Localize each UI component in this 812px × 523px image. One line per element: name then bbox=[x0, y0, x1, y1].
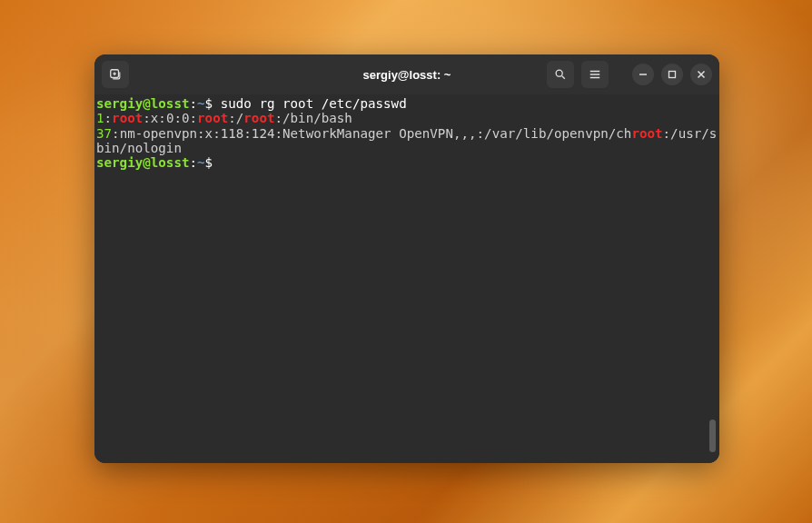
close-icon bbox=[697, 70, 706, 79]
minimize-icon bbox=[639, 70, 648, 79]
titlebar-right bbox=[547, 61, 712, 88]
cursor-area[interactable] bbox=[213, 155, 221, 170]
prompt-symbol: $ bbox=[205, 155, 213, 170]
titlebar-left bbox=[102, 61, 129, 88]
new-tab-icon bbox=[109, 68, 122, 81]
output-text: : bbox=[104, 111, 113, 125]
output-highlight: root bbox=[112, 111, 143, 125]
terminal-window: sergiy@losst: ~ bbox=[94, 54, 719, 463]
maximize-button[interactable] bbox=[661, 64, 683, 85]
output-text: :/bin/bash bbox=[275, 111, 352, 125]
search-button[interactable] bbox=[547, 61, 574, 88]
search-icon bbox=[554, 68, 567, 81]
titlebar[interactable]: sergiy@losst: ~ bbox=[94, 54, 719, 94]
output-highlight: root bbox=[197, 111, 228, 125]
output-highlight: root bbox=[243, 111, 274, 125]
hamburger-menu-button[interactable] bbox=[581, 61, 609, 88]
output-text: :nm-openvpn:x:118:124:NetworkManager Ope… bbox=[112, 126, 631, 141]
output-highlight: root bbox=[631, 126, 662, 141]
prompt-separator: : bbox=[190, 155, 198, 170]
maximize-icon bbox=[668, 70, 677, 79]
prompt-symbol: $ bbox=[205, 96, 213, 111]
command-text: sudo rg root /etc/passwd bbox=[221, 96, 407, 111]
hamburger-menu-icon bbox=[589, 68, 601, 81]
output-text: :x:0:0: bbox=[143, 111, 197, 125]
prompt-path: ~ bbox=[197, 155, 205, 170]
output-lineno: 37 bbox=[96, 126, 112, 141]
svg-point-1 bbox=[556, 70, 562, 76]
prompt-separator: : bbox=[190, 96, 198, 111]
command-text bbox=[213, 96, 221, 111]
new-tab-button[interactable] bbox=[102, 61, 129, 88]
prompt-path: ~ bbox=[197, 96, 205, 111]
terminal-body[interactable]: sergiy@losst:~$ sudo rg root /etc/passwd… bbox=[94, 94, 719, 463]
scrollbar-thumb[interactable] bbox=[709, 419, 716, 452]
svg-rect-2 bbox=[669, 72, 676, 78]
prompt-user-host: sergiy@losst bbox=[96, 155, 190, 170]
output-text: :/ bbox=[228, 111, 243, 125]
close-button[interactable] bbox=[690, 64, 712, 85]
minimize-button[interactable] bbox=[632, 64, 654, 85]
window-title: sergiy@losst: ~ bbox=[363, 68, 451, 82]
prompt-user-host: sergiy@losst bbox=[96, 96, 190, 111]
output-lineno: 1 bbox=[96, 111, 104, 125]
